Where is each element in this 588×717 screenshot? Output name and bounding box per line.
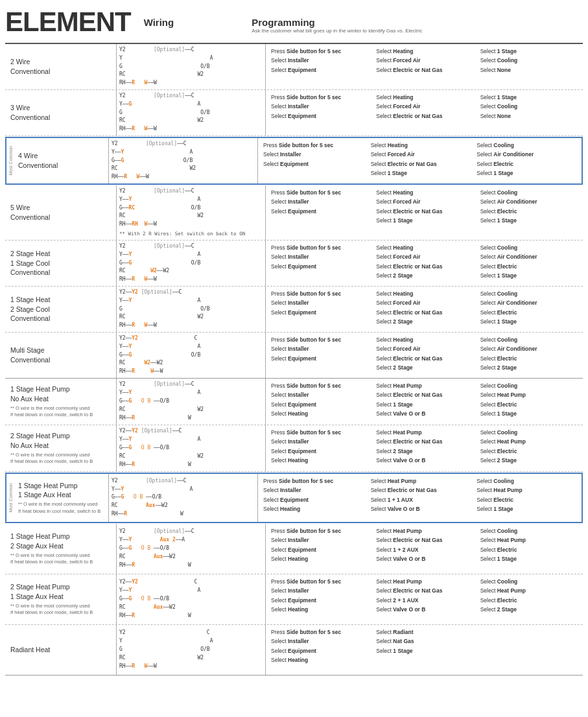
wiring-radiant: Y2 C Y A G O/B RC W2 RH——R W——W: [117, 625, 266, 675]
name-1hp-1aux: 1 Stage Heat Pump1 Stage Aux Heat ** O w…: [6, 474, 109, 522]
prog-3wire: Press Side button for 5 sec Select Insta…: [266, 90, 583, 135]
row-3wire: 3 WireConventional Y2 [Optional]——C Y——G…: [5, 90, 583, 136]
prog-2wire: Press Side button for 5 sec Select Insta…: [266, 44, 583, 89]
row-4wire: Most Common 4 WireConventional Y2 [Optio…: [5, 137, 583, 185]
row-2wire: 2 WireConventional Y2 [Optional]——C Y A …: [5, 44, 583, 90]
row-2hp-noaux: 2 Stage Heat PumpNo Aux Heat ** O wire i…: [5, 425, 583, 472]
prog-1hp-1aux: Press Side button for 5 sec Select Insta…: [258, 474, 582, 522]
wiring-1h2c: Y2——Y2 [Optional]——C Y——Y A G O/B RC W2 …: [117, 287, 266, 332]
row-2h1c: 2 Stage Heat1 Stage CoolConventional Y2 …: [5, 241, 583, 287]
row-1h2c: 1 Stage Heat2 Stage CoolConventional Y2—…: [5, 287, 583, 333]
wiring-1hp-2aux: Y2 [Optional]——C Y——Y Aux 2——A G——G O B …: [117, 524, 266, 574]
row-1hp-2aux: 1 Stage Heat Pump2 Stage Aux Heat ** O w…: [5, 524, 583, 574]
programming-sub: Ask the customer what bill goes up in th…: [252, 28, 422, 34]
name-2wire: 2 WireConventional: [5, 44, 117, 89]
wiring-2hp-1aux: Y2——Y2 C Y——Y A G——G O B ——O/B RC Aux——W…: [117, 574, 266, 624]
row-radiant: Radiant Heat Y2 C Y A G O/B RC W2: [5, 625, 583, 676]
name-5wire: 5 WireConventional: [5, 185, 117, 240]
name-1hp-noaux: 1 Stage Heat PumpNo Aux Heat ** O wire i…: [5, 379, 117, 425]
wiring-2h1c: Y2 [Optional]——C Y——Y A G——G O/B RC W2——…: [117, 241, 266, 286]
prog-1hp-2aux: Press Side button for 5 sec Select Insta…: [266, 524, 583, 574]
wiring-3wire: Y2 [Optional]——C Y——G A G O/B RC W2 RH——…: [117, 90, 266, 135]
wiring-col-header: Wiring: [144, 17, 174, 34]
prog-1h2c: Press Side button for 5 sec Select Insta…: [266, 287, 583, 332]
page-header: ELEMENT Wiring Programming Ask the custo…: [5, 6, 583, 38]
prog-multistage: Press Side button for 5 sec Select Insta…: [266, 333, 583, 378]
name-2hp-1aux: 2 Stage Heat Pump1 Stage Aux Heat ** O w…: [5, 574, 117, 624]
name-3wire: 3 WireConventional: [5, 90, 117, 135]
row-2hp-1aux: 2 Stage Heat Pump1 Stage Aux Heat ** O w…: [5, 574, 583, 625]
prog-radiant: Press Side button for 5 sec Select Insta…: [266, 625, 583, 675]
wiring-4wire: Y2 [Optional]——C Y——Y A G——G O/B RC W2 R…: [109, 138, 258, 183]
main-table: 2 WireConventional Y2 [Optional]——C Y A …: [5, 43, 583, 676]
programming-col-header: Programming: [252, 17, 422, 28]
prog-4wire: Press Side button for 5 sec Select Insta…: [258, 138, 582, 183]
name-radiant: Radiant Heat: [5, 625, 117, 675]
wiring-5wire: Y2 [Optional]——C Y——Y A G——RC O/B RC W2 …: [117, 185, 266, 240]
wiring-1hp-noaux: Y2 [Optional]——C Y——Y A G——G O B ——O/B R…: [117, 379, 266, 425]
prog-1hp-noaux: Press Side button for 5 sec Select Insta…: [266, 379, 583, 425]
name-1h2c: 1 Stage Heat2 Stage CoolConventional: [5, 287, 117, 332]
row-5wire: 5 WireConventional Y2 [Optional]——C Y——Y…: [5, 185, 583, 241]
name-1hp-2aux: 1 Stage Heat Pump2 Stage Aux Heat ** O w…: [5, 524, 117, 574]
wiring-2hp-noaux: Y2——Y2 [Optional]——C Y——Y A G——G O B ——O…: [117, 425, 266, 471]
prog-5wire: Press Side button for 5 sec Select Insta…: [266, 185, 583, 240]
name-multistage: Multi StageConventional: [5, 333, 117, 378]
app-title: ELEMENT: [5, 6, 131, 38]
wiring-multistage: Y2——Y2 C Y——Y A G——G O/B RC W2——W2 RH——R…: [117, 333, 266, 378]
prog-2h1c: Press Side button for 5 sec Select Insta…: [266, 241, 583, 286]
row-1hp-1aux: Most Common 1 Stage Heat Pump1 Stage Aux…: [5, 473, 583, 523]
wiring-1hp-1aux: Y2 [Optional]——C Y——Y A G——G O B ——O/B R…: [109, 474, 258, 522]
prog-2hp-1aux: Press Side button for 5 sec Select Insta…: [266, 574, 583, 624]
row-1hp-noaux: 1 Stage Heat PumpNo Aux Heat ** O wire i…: [5, 379, 583, 425]
prog-2hp-noaux: Press Side button for 5 sec Select Insta…: [266, 425, 583, 471]
row-multistage: Multi StageConventional Y2——Y2 C Y——Y A …: [5, 333, 583, 379]
most-common-label-1hp-1aux: Most Common: [5, 474, 14, 522]
name-4wire: 4 WireConventional: [6, 138, 109, 183]
most-common-label-4wire: Most Common: [5, 138, 14, 183]
wiring-2wire: Y2 [Optional]——C Y A G O/B RC W2 RH——R W…: [117, 44, 266, 89]
name-2h1c: 2 Stage Heat1 Stage CoolConventional: [5, 241, 117, 286]
name-2hp-noaux: 2 Stage Heat PumpNo Aux Heat ** O wire i…: [5, 425, 117, 471]
